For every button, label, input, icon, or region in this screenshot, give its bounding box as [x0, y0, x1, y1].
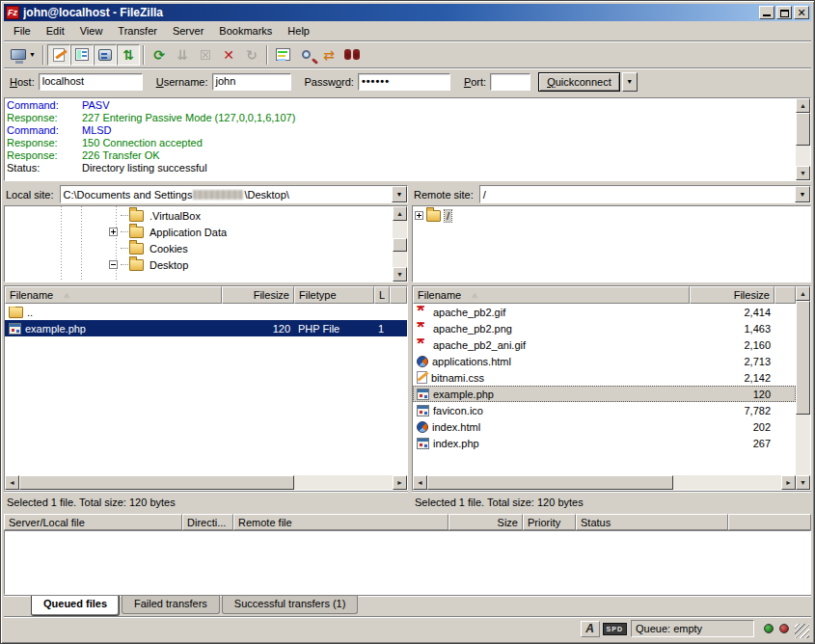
file-row[interactable]: example.php120PHP File1: [5, 320, 407, 336]
menu-bar: FileEditViewTransferServerBookmarksHelp: [4, 21, 811, 40]
message-log-scrollbar[interactable]: ▲ ▼: [796, 98, 810, 180]
column-header-status[interactable]: Status: [576, 514, 728, 530]
expander-minus-icon[interactable]: [109, 260, 118, 269]
folder-icon: [129, 210, 144, 222]
chevron-down-icon[interactable]: ▼: [392, 186, 407, 202]
process-queue-button[interactable]: ⇊: [171, 44, 194, 66]
scroll-left-icon[interactable]: ◄: [413, 475, 427, 490]
file-row[interactable]: ..: [5, 304, 407, 320]
toggle-queue-button[interactable]: ⇅: [117, 44, 140, 66]
column-header-filesize[interactable]: Filesize: [690, 286, 774, 304]
scroll-down-icon[interactable]: ▼: [796, 166, 810, 180]
menu-item-server[interactable]: Server: [165, 23, 211, 39]
file-row[interactable]: index.php267: [413, 435, 796, 451]
remote-site-combo[interactable]: / ▼: [479, 185, 811, 203]
toggle-local-tree-button[interactable]: [70, 44, 94, 66]
scrollbar-thumb[interactable]: [19, 475, 294, 490]
quickconnect-dropdown[interactable]: ▼: [622, 72, 638, 92]
file-name: *apache_pb2_ani.gif: [413, 338, 690, 351]
column-header-filler: [390, 286, 407, 304]
port-field[interactable]: [490, 73, 530, 91]
column-header-filesize[interactable]: Filesize: [222, 286, 294, 304]
scroll-up-icon[interactable]: ▲: [393, 206, 407, 221]
file-row[interactable]: favicon.ico7,782: [413, 402, 796, 418]
tree-item[interactable]: .VirtualBox: [5, 207, 393, 224]
queue-tabs: Queued filesFailed transfersSuccessful t…: [4, 595, 811, 616]
scrollbar-thumb[interactable]: [427, 475, 673, 490]
menu-item-help[interactable]: Help: [280, 23, 317, 39]
scroll-up-icon[interactable]: ▲: [796, 98, 810, 113]
scrollbar-thumb[interactable]: [796, 113, 810, 146]
menu-item-edit[interactable]: Edit: [39, 23, 72, 39]
local-tree-scrollbar[interactable]: ▲ ▼: [393, 206, 407, 282]
scroll-up-icon[interactable]: ▲: [796, 286, 810, 301]
datatype-indicator-icon: A: [581, 621, 600, 637]
file-row[interactable]: bitnami.css2,142: [413, 369, 796, 386]
file-row[interactable]: example.php120: [413, 386, 796, 402]
scrollbar-thumb[interactable]: [393, 238, 407, 252]
tab-queued-files[interactable]: Queued files: [31, 596, 120, 616]
scroll-down-icon[interactable]: ▼: [796, 475, 810, 490]
remote-list-scrollbar[interactable]: ▲ ▼: [796, 286, 810, 490]
quickconnect-button[interactable]: Quickconnect: [538, 72, 620, 92]
disconnect-button[interactable]: ✕: [217, 44, 240, 66]
column-header-directi-[interactable]: Directi...: [182, 514, 233, 530]
local-site-combo[interactable]: C:\Documents and Settings\Desktop\ ▼: [60, 185, 408, 203]
column-header-l[interactable]: L: [374, 286, 390, 304]
toggle-local-tree-icon: [75, 48, 89, 61]
password-field[interactable]: ••••••: [358, 73, 450, 91]
resize-grip[interactable]: [795, 624, 809, 638]
file-row[interactable]: *apache_pb2.png1,463: [413, 320, 796, 336]
file-row[interactable]: index.html202: [413, 418, 796, 435]
close-button[interactable]: ✕: [794, 6, 809, 19]
column-header-filler: [774, 286, 796, 304]
scroll-right-icon[interactable]: ►: [393, 475, 407, 490]
filter-button[interactable]: [271, 44, 294, 66]
find-files-button[interactable]: [340, 44, 364, 66]
toggle-queue-icon: ⇅: [122, 47, 134, 63]
column-header-priority[interactable]: Priority: [523, 514, 576, 530]
tab-successful-transfers-1-[interactable]: Successful transfers (1): [222, 596, 359, 614]
column-header-server-local-file[interactable]: Server/Local file: [4, 514, 182, 530]
tree-item[interactable]: Application Data: [5, 224, 393, 240]
toggle-message-log-button[interactable]: [47, 44, 70, 66]
tree-item[interactable]: Cookies: [5, 240, 393, 256]
maximize-button[interactable]: [776, 6, 792, 19]
username-field[interactable]: john: [212, 73, 291, 91]
synchronized-browsing-button[interactable]: ⇄: [317, 44, 340, 66]
scroll-right-icon[interactable]: ►: [781, 475, 796, 490]
site-manager-button[interactable]: ▼: [7, 44, 40, 66]
column-header-remote-file[interactable]: Remote file: [233, 514, 448, 530]
reconnect-button[interactable]: ↻: [240, 44, 263, 66]
column-header-filetype[interactable]: Filetype: [294, 286, 374, 304]
tab-failed-transfers[interactable]: Failed transfers: [122, 596, 220, 614]
minimize-button[interactable]: [759, 6, 774, 19]
toggle-remote-tree-button[interactable]: [94, 44, 117, 66]
column-header-filename[interactable]: Filename▲: [5, 286, 222, 304]
scroll-left-icon[interactable]: ◄: [5, 475, 19, 490]
remote-list-hscrollbar[interactable]: ◄ ►: [413, 475, 796, 490]
menu-item-file[interactable]: File: [6, 23, 39, 39]
menu-item-transfer[interactable]: Transfer: [110, 23, 165, 39]
file-row[interactable]: *apache_pb2_ani.gif2,160: [413, 336, 796, 353]
scrollbar-thumb[interactable]: [796, 301, 810, 415]
column-header-filler: [728, 514, 811, 530]
column-header-size[interactable]: Size: [448, 514, 523, 530]
expander-plus-icon[interactable]: [415, 211, 423, 220]
menu-item-view[interactable]: View: [72, 23, 111, 39]
host-field[interactable]: localhost: [39, 73, 143, 91]
tree-item[interactable]: Desktop: [5, 256, 393, 273]
menu-item-bookmarks[interactable]: Bookmarks: [211, 23, 280, 39]
scroll-down-icon[interactable]: ▼: [393, 267, 407, 282]
column-header-filename[interactable]: Filename▲: [413, 286, 690, 304]
tree-item[interactable]: /: [413, 207, 810, 224]
chevron-down-icon[interactable]: ▼: [795, 186, 810, 202]
refresh-button[interactable]: ⟳: [148, 44, 171, 66]
sort-ascending-icon: ▲: [63, 291, 70, 300]
expander-plus-icon[interactable]: [109, 228, 118, 236]
file-row[interactable]: *apache_pb2.gif2,414: [413, 304, 796, 320]
compare-directories-button[interactable]: [294, 44, 317, 66]
file-row[interactable]: applications.html2,713: [413, 353, 796, 369]
cancel-button[interactable]: ☒: [194, 44, 217, 66]
local-list-hscrollbar[interactable]: ◄ ►: [5, 475, 407, 490]
